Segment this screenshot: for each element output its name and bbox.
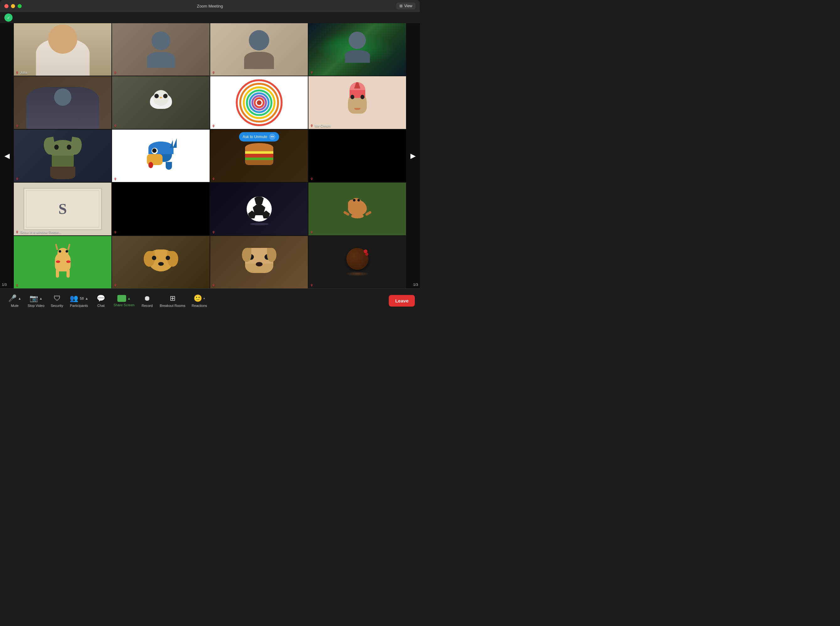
participant-cell-spiral: 🎙 bbox=[210, 76, 308, 129]
participant-cell-babyyoda: 🎙 bbox=[14, 130, 111, 182]
minimize-button[interactable] bbox=[11, 4, 15, 8]
window-controls bbox=[5, 4, 22, 8]
participant-label-burger: 🎙 bbox=[212, 177, 215, 181]
mute-icon-19: 🎙 bbox=[310, 284, 313, 287]
video-camera-icon: 📷 bbox=[30, 294, 38, 302]
participant-label-icecream: 🎙 Ice Cream bbox=[310, 124, 331, 128]
right-arrow-icon: ▶ bbox=[410, 152, 416, 160]
mute-button[interactable]: 🎤 ▲ Mute bbox=[5, 294, 25, 308]
mute-icon-2: 🎙 bbox=[212, 71, 215, 74]
participant-cell-dog: 🎙 bbox=[112, 236, 210, 288]
participant-label-black1: 🎙 bbox=[310, 177, 313, 181]
participant-cell-burger: Ask to Unmute ••• 🎙 bbox=[210, 130, 308, 182]
mute-icon-area: 🎤 ▲ bbox=[8, 294, 21, 302]
mute-icon-18: 🎙 bbox=[212, 284, 215, 287]
security-button[interactable]: 🛡 Security bbox=[48, 294, 67, 308]
mute-icon-8: 🎙 bbox=[16, 177, 19, 181]
mute-chevron-icon: ▲ bbox=[18, 297, 21, 300]
ask-unmute-popup: Ask to Unmute ••• bbox=[239, 132, 279, 141]
breakout-rooms-button[interactable]: ⊞ Breakout Rooms bbox=[156, 294, 189, 308]
mute-icon-11: 🎙 bbox=[310, 177, 313, 181]
breakout-icon-area: ⊞ bbox=[170, 294, 175, 302]
participant-label-owl: 🎙 bbox=[114, 124, 117, 128]
share-screen-icon-area: ⬆ ▲ bbox=[117, 295, 131, 302]
share-chevron-icon: ▲ bbox=[127, 297, 131, 300]
record-button[interactable]: ⏺ Record bbox=[138, 294, 156, 308]
participant-label-1: 🎙 bbox=[114, 71, 117, 74]
header-bar: ✓ bbox=[0, 12, 420, 23]
svg-point-7 bbox=[257, 100, 261, 105]
participant-cell-gecko: 🎙 bbox=[308, 183, 406, 235]
mute-icon-3: 🎙 bbox=[310, 71, 313, 74]
toolbar-left-group: 🎤 ▲ Mute 📷 ▲ Stop Video 🛡 Security 👥 58 bbox=[5, 294, 210, 308]
ask-unmute-options[interactable]: ••• bbox=[269, 134, 275, 140]
record-circle-icon: ⏺ bbox=[144, 294, 151, 302]
mute-icon-16: 🎙 bbox=[16, 284, 19, 287]
participants-icon: 👥 bbox=[70, 294, 78, 302]
black-screen-2 bbox=[112, 183, 210, 235]
emoji-icon: 🙂 bbox=[194, 294, 202, 302]
participants-button[interactable]: 👥 58 ▲ Participants bbox=[67, 294, 92, 308]
participant-cell-julia: 🎙 Julia bbox=[14, 23, 111, 76]
mute-icon-9: 🎙 bbox=[114, 177, 117, 181]
participant-label-gecko: 🎙 bbox=[310, 231, 313, 234]
mute-icon-13: 🎙 bbox=[114, 231, 117, 234]
participant-cell-dessert: 🎙 bbox=[308, 236, 406, 288]
participant-label-fluffy: 🎙 bbox=[212, 284, 215, 287]
participants-chevron-icon: ▲ bbox=[85, 297, 89, 300]
video-icon-area: 📷 ▲ bbox=[30, 294, 43, 302]
view-button[interactable]: ⊞ View bbox=[396, 3, 415, 9]
chat-button[interactable]: 💬 Chat bbox=[92, 294, 111, 308]
close-button[interactable] bbox=[5, 4, 8, 8]
participant-cell-3: 🎙 bbox=[308, 23, 406, 76]
participants-icon-area: 👥 58 ▲ bbox=[70, 294, 89, 302]
stop-video-button[interactable]: 📷 ▲ Stop Video bbox=[25, 294, 48, 308]
participant-label-babyyoda: 🎙 bbox=[16, 177, 19, 181]
participant-cell-icecream: 🎙 Ice Cream bbox=[308, 76, 406, 129]
chat-bubble-icon: 💬 bbox=[97, 294, 105, 302]
participant-label-3: 🎙 bbox=[310, 71, 313, 74]
zoom-shield-icon: ✓ bbox=[5, 14, 13, 22]
record-icon-area: ⏺ bbox=[144, 294, 151, 302]
participant-label-black2: 🎙 bbox=[114, 231, 117, 234]
participant-label-2: 🎙 bbox=[212, 71, 215, 74]
reactions-button[interactable]: 🙂 + Reactions bbox=[189, 294, 210, 308]
mute-icon-1: 🎙 bbox=[114, 71, 117, 74]
participant-cell-1: 🎙 bbox=[112, 23, 210, 76]
mute-icon-15: 🎙 bbox=[310, 231, 313, 234]
grid-view-icon: ⊞ bbox=[399, 4, 403, 8]
right-page-number: 1/3 bbox=[413, 283, 418, 286]
breakout-rooms-icon: ⊞ bbox=[170, 294, 175, 302]
participant-cell-4: 🎙 bbox=[14, 76, 111, 129]
mute-icon-5: 🎙 bbox=[114, 124, 117, 128]
participant-cell-sonic: 🎙 bbox=[112, 130, 210, 182]
reactions-icon-area: 🙂 + bbox=[194, 294, 205, 302]
prev-page-button[interactable]: ◀ 1/3 bbox=[0, 23, 14, 288]
mute-icon-14: 🎙 bbox=[212, 231, 215, 234]
title-bar: Zoom Meeting ⊞ View bbox=[0, 0, 420, 12]
participant-label-sonic: 🎙 bbox=[114, 177, 117, 181]
chat-icon-area: 💬 bbox=[97, 294, 105, 302]
maximize-button[interactable] bbox=[17, 4, 22, 8]
leave-button[interactable]: Leave bbox=[389, 295, 415, 307]
participant-cell-owl: 🎙 bbox=[112, 76, 210, 129]
share-screen-button[interactable]: ⬆ ▲ Share Screen bbox=[111, 295, 138, 307]
left-page-number: 1/3 bbox=[2, 283, 6, 286]
left-arrow-icon: ◀ bbox=[5, 152, 10, 160]
participant-cell-black2: 🎙 bbox=[112, 183, 210, 235]
mute-icon-17: 🎙 bbox=[114, 284, 117, 287]
participant-label-4: 🎙 bbox=[16, 124, 19, 128]
video-area: ◀ 1/3 🎙 Julia 🎙 bbox=[0, 23, 420, 288]
mute-icon-12: 🎙 bbox=[16, 230, 19, 234]
share-screen-icon: ⬆ bbox=[117, 295, 126, 302]
participant-cell-2: 🎙 bbox=[210, 23, 308, 76]
spiral-svg bbox=[215, 79, 303, 127]
shield-button-icon: 🛡 bbox=[54, 294, 61, 302]
participant-label-dog: 🎙 bbox=[114, 284, 117, 287]
participant-cell-scout: S 🎙 Scout is a window Reese... bbox=[14, 183, 111, 235]
participant-label-spiral: 🎙 bbox=[212, 124, 215, 128]
window-title: Zoom Meeting bbox=[197, 4, 223, 8]
next-page-button[interactable]: ▶ 1/3 bbox=[406, 23, 420, 288]
black-screen-1 bbox=[308, 130, 406, 182]
participant-cell-fluffy: 🎙 bbox=[210, 236, 308, 288]
